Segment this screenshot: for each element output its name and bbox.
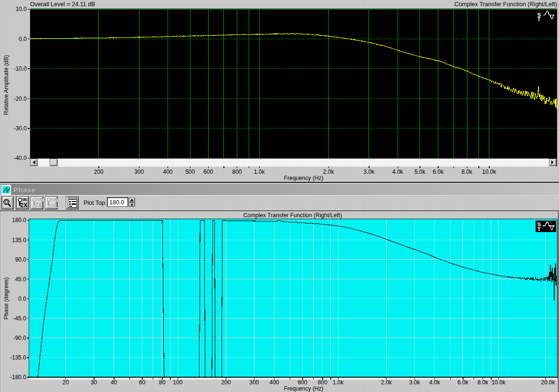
svg-text:180.0: 180.0 xyxy=(109,199,124,206)
svg-text:-90.0: -90.0 xyxy=(13,335,27,341)
svg-text:-40.0: -40.0 xyxy=(14,155,27,161)
svg-text:300: 300 xyxy=(249,379,259,386)
svg-text:800: 800 xyxy=(318,379,327,386)
svg-text:20.0k: 20.0k xyxy=(541,379,555,386)
svg-text:Frequency (Hz): Frequency (Hz) xyxy=(284,175,324,181)
svg-text:FULL: FULL xyxy=(49,203,60,208)
svg-text:2X: 2X xyxy=(21,202,28,209)
svg-text:400: 400 xyxy=(269,379,279,386)
svg-text:Relative Amplitude (dB): Relative Amplitude (dB) xyxy=(3,55,10,115)
svg-text:Phase: Phase xyxy=(13,186,36,194)
svg-text:8.0k: 8.0k xyxy=(462,169,473,175)
svg-text:80: 80 xyxy=(159,379,166,386)
svg-text:Complex Transfer Function (Rig: Complex Transfer Function (Right/Left) xyxy=(243,212,342,219)
svg-text:90.0: 90.0 xyxy=(15,256,27,263)
svg-text:600: 600 xyxy=(203,169,213,175)
svg-text:-10.0: -10.0 xyxy=(14,65,27,72)
svg-text:T: T xyxy=(538,226,541,232)
svg-text:20: 20 xyxy=(63,379,69,386)
svg-text:3.0k: 3.0k xyxy=(364,169,375,175)
svg-text:4.0k: 4.0k xyxy=(429,379,441,386)
svg-text:Complex Transfer Function (Rig: Complex Transfer Function (Right/Left) xyxy=(454,1,557,8)
svg-text:40: 40 xyxy=(111,379,117,386)
svg-text:200: 200 xyxy=(94,169,104,175)
svg-text:200: 200 xyxy=(221,379,231,386)
svg-text:10.0k: 10.0k xyxy=(491,379,506,386)
svg-text:IN: IN xyxy=(23,197,27,202)
svg-text:180.0: 180.0 xyxy=(12,217,26,223)
svg-text:3.0k: 3.0k xyxy=(409,379,421,386)
svg-text:0.0: 0.0 xyxy=(18,296,26,302)
svg-text:600: 600 xyxy=(298,379,307,386)
svg-text:1.0k: 1.0k xyxy=(333,379,344,386)
svg-text:400: 400 xyxy=(163,169,172,175)
svg-text:2.0k: 2.0k xyxy=(323,169,335,175)
svg-text:2X: 2X xyxy=(35,202,42,209)
svg-text:-30.0: -30.0 xyxy=(14,125,27,132)
svg-text:4.0k: 4.0k xyxy=(392,169,404,175)
svg-text:10.0: 10.0 xyxy=(16,6,27,12)
svg-text:Frequency (Hz): Frequency (Hz) xyxy=(284,385,324,392)
svg-text:30: 30 xyxy=(91,379,97,386)
svg-text:T: T xyxy=(538,16,541,22)
svg-text:Phase (degrees): Phase (degrees) xyxy=(3,277,10,320)
svg-text:6.0k: 6.0k xyxy=(457,379,469,386)
svg-text:-180.0: -180.0 xyxy=(10,374,26,381)
svg-text:6.0k: 6.0k xyxy=(432,169,444,175)
svg-text:Overall Level = 24.11 dB: Overall Level = 24.11 dB xyxy=(30,1,95,8)
svg-text:8.0k: 8.0k xyxy=(477,379,489,386)
svg-text:2.0k: 2.0k xyxy=(381,379,392,386)
svg-text:100: 100 xyxy=(173,379,182,386)
svg-text:-135.0: -135.0 xyxy=(10,354,26,361)
svg-text:5.0k: 5.0k xyxy=(414,169,426,175)
svg-text:45.0: 45.0 xyxy=(15,276,27,283)
svg-text:300: 300 xyxy=(134,169,144,175)
svg-text:-45.0: -45.0 xyxy=(13,315,27,322)
svg-text:800: 800 xyxy=(232,169,242,175)
svg-text:-20.0: -20.0 xyxy=(14,95,27,102)
svg-text:OUT: OUT xyxy=(52,197,61,202)
svg-text:0.0: 0.0 xyxy=(19,36,27,42)
svg-text:60: 60 xyxy=(139,379,146,386)
svg-text:500: 500 xyxy=(185,169,195,175)
svg-text:135.0: 135.0 xyxy=(12,237,26,244)
svg-text:10.0k: 10.0k xyxy=(482,169,496,175)
svg-text:Plot Top:: Plot Top: xyxy=(84,200,106,206)
svg-text:1.0k: 1.0k xyxy=(254,169,265,175)
